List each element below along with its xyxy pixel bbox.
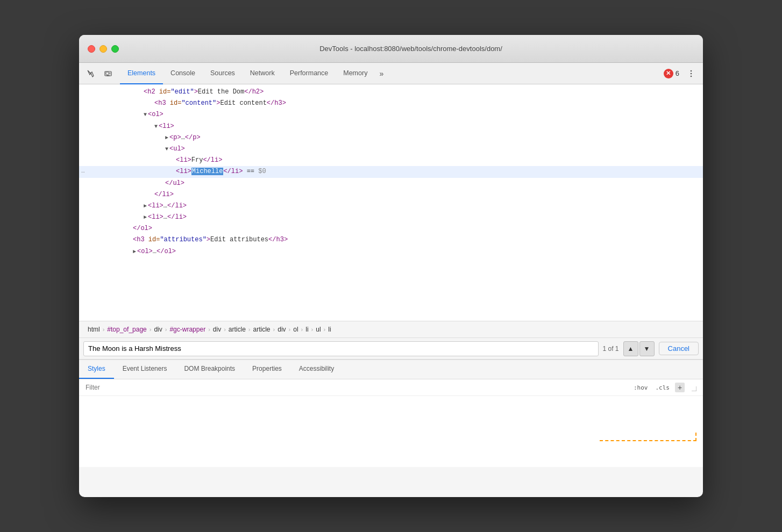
- dom-line-ul-open[interactable]: ▼<ul>: [79, 143, 703, 155]
- search-up-button[interactable]: ▲: [623, 341, 638, 356]
- svg-rect-1: [106, 75, 110, 76]
- error-count: 6: [676, 69, 679, 77]
- breadcrumb-gc-wrapper[interactable]: #gc-wrapper: [167, 325, 208, 334]
- device-icon[interactable]: [101, 66, 116, 81]
- breadcrumb-bar: html › #top_of_page › div › #gc-wrapper …: [79, 321, 703, 338]
- dashed-outline: [600, 433, 696, 441]
- tab-network[interactable]: Network: [243, 63, 282, 84]
- dom-line-ul-close[interactable]: </ul>: [79, 178, 703, 189]
- cls-button[interactable]: .cls: [653, 384, 672, 392]
- minimize-button[interactable]: [99, 45, 107, 53]
- panel-content: [79, 396, 703, 467]
- breadcrumb-top-of-page[interactable]: #top_of_page: [105, 325, 148, 334]
- panel-tab-accessibility[interactable]: Accessibility: [290, 360, 343, 379]
- panel-tab-properties[interactable]: Properties: [244, 360, 290, 379]
- inspect-icon[interactable]: [83, 66, 98, 81]
- tab-console[interactable]: Console: [163, 63, 203, 84]
- devtools-window: DevTools - localhost:8080/web/tools/chro…: [79, 35, 703, 497]
- filter-actions: :hov .cls +: [631, 383, 685, 392]
- tab-memory[interactable]: Memory: [336, 63, 375, 84]
- filter-bar: :hov .cls +: [79, 379, 703, 396]
- dom-line-li-fry[interactable]: <li>Fry</li>: [79, 155, 703, 166]
- dom-line-h3-content[interactable]: <h3 id="content">Edit content</h3>: [79, 98, 703, 109]
- dom-line-li-michelle[interactable]: … <li>Michelle</li> == $0: [79, 166, 703, 177]
- dots-indicator: …: [81, 167, 85, 176]
- dom-line-li-close[interactable]: </li>: [79, 189, 703, 200]
- dom-line-li-collapsed-1[interactable]: ►<li>…</li>: [79, 200, 703, 212]
- search-down-button[interactable]: ▼: [639, 341, 655, 356]
- search-nav: ▲ ▼: [623, 341, 655, 356]
- dom-line-ol-open[interactable]: ▼<ol>: [79, 109, 703, 120]
- breadcrumb-div-3[interactable]: div: [275, 325, 288, 334]
- breadcrumb-li-2[interactable]: li: [326, 325, 333, 334]
- breadcrumb-div-1[interactable]: div: [152, 325, 164, 334]
- breadcrumb-article-2[interactable]: article: [251, 325, 273, 334]
- menu-button[interactable]: [684, 66, 699, 81]
- bottom-panel: Styles Event Listeners DOM Breakpoints P…: [79, 360, 703, 467]
- dom-line-h2[interactable]: <h2 id="edit">Edit the Dom</h2>: [79, 87, 703, 98]
- dom-line-ol-close[interactable]: </ol>: [79, 223, 703, 234]
- devtools-icons: [83, 66, 116, 81]
- dom-line-li-open[interactable]: ▼<li>: [79, 121, 703, 132]
- titlebar: DevTools - localhost:8080/web/tools/chro…: [79, 35, 703, 63]
- selected-text-michelle: Michelle: [191, 168, 224, 175]
- search-bar: 1 of 1 ▲ ▼ Cancel: [79, 338, 703, 360]
- panel-tab-event-listeners[interactable]: Event Listeners: [114, 360, 176, 379]
- tab-overflow[interactable]: »: [375, 63, 388, 84]
- dom-line-ol-collapsed[interactable]: ►<ol>…</ol>: [79, 246, 703, 257]
- error-badge[interactable]: ✕ 6: [664, 69, 679, 78]
- dom-line-li-collapsed-2[interactable]: ►<li>…</li>: [79, 212, 703, 223]
- panel-tab-styles[interactable]: Styles: [79, 360, 114, 379]
- breadcrumb-li[interactable]: li: [303, 325, 310, 334]
- svg-point-6: [691, 73, 692, 74]
- search-input[interactable]: [83, 341, 599, 356]
- add-style-button[interactable]: +: [675, 383, 685, 392]
- maximize-button[interactable]: [111, 45, 119, 53]
- error-icon: ✕: [664, 69, 673, 78]
- svg-rect-3: [109, 73, 111, 73]
- styles-content: [86, 400, 696, 443]
- svg-rect-2: [106, 72, 109, 75]
- breadcrumb-ul[interactable]: ul: [314, 325, 323, 334]
- filter-input[interactable]: [86, 384, 627, 391]
- resize-handle[interactable]: [689, 384, 696, 391]
- panel-tabs: Styles Event Listeners DOM Breakpoints P…: [79, 360, 703, 379]
- svg-point-5: [691, 70, 692, 71]
- window-title: DevTools - localhost:8080/web/tools/chro…: [127, 45, 694, 53]
- traffic-lights: [88, 45, 119, 53]
- tab-performance[interactable]: Performance: [282, 63, 336, 84]
- dom-tree[interactable]: <h2 id="edit">Edit the Dom</h2> <h3 id="…: [79, 84, 703, 321]
- breadcrumb-article-1[interactable]: article: [226, 325, 248, 334]
- close-button[interactable]: [88, 45, 95, 53]
- breadcrumb-html[interactable]: html: [86, 325, 102, 334]
- search-cancel-button[interactable]: Cancel: [659, 342, 699, 355]
- dom-line-h3-attributes[interactable]: <h3 id="attributes">Edit attributes</h3>: [79, 234, 703, 246]
- tab-bar: Elements Console Sources Network Perform…: [79, 63, 703, 84]
- dom-line-p[interactable]: ►<p>…</p>: [79, 132, 703, 143]
- svg-point-7: [691, 75, 692, 77]
- tab-elements[interactable]: Elements: [120, 63, 163, 84]
- panel-tab-dom-breakpoints[interactable]: DOM Breakpoints: [175, 360, 244, 379]
- breadcrumb-ol[interactable]: ol: [291, 325, 300, 334]
- tab-sources[interactable]: Sources: [203, 63, 243, 84]
- svg-rect-4: [109, 74, 111, 74]
- hov-button[interactable]: :hov: [631, 384, 650, 392]
- search-counter: 1 of 1: [603, 345, 619, 353]
- breadcrumb-div-2[interactable]: div: [211, 325, 223, 334]
